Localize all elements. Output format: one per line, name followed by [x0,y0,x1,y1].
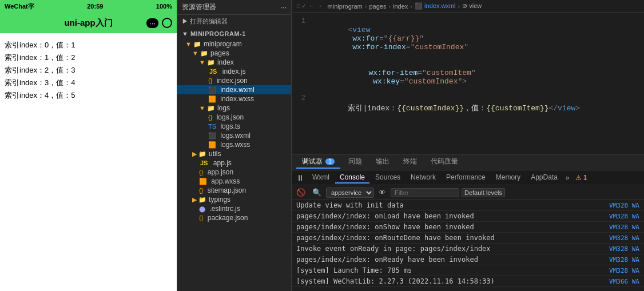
folder-icon: ▶ 📁 [192,196,206,204]
filetree-index-json[interactable]: {} index.json [177,76,291,85]
log-row-1: pages/index/index: onLoad have been invo… [292,211,644,222]
wxml-icon: ⬛ [208,86,216,94]
filetree-eslintrc[interactable]: ⬤ .eslintrc.js [177,204,291,213]
js-icon: JS [199,160,209,166]
json-icon: {} [208,114,212,121]
breadcrumb-icon-0: ≡ ✓ ← → [296,2,323,10]
filter-toggle-btn[interactable]: 🔍 [310,188,324,197]
filetree-logs-wxml[interactable]: ⬛ logs.wxml [177,131,291,140]
warn-count: ⚠ 1 [575,174,587,182]
filetree-header: 资源管理器 ··· [177,0,291,15]
filetree-logs-ts[interactable]: TS logs.ts [177,122,291,131]
tab-output[interactable]: 输出 [370,156,395,169]
tab-terminal[interactable]: 终端 [397,156,423,169]
filetree-logs-folder[interactable]: ▼ 📁 logs [177,103,291,113]
breadcrumb: ≡ ✓ ← → miniprogram › pages › index › ⬛ … [292,0,644,13]
phone-title-bar: uni-app入门 ··· [0,13,177,33]
battery-label: 100% [156,3,172,10]
filetree-typings-folder[interactable]: ▶ 📁 typings [177,195,291,204]
code-line-1: 1 <view wx:for="{{arr}}" wx:for-index="c… [292,17,644,60]
clear-console-btn[interactable]: 🚫 [294,188,308,197]
tab-quality[interactable]: 代码质量 [425,156,464,169]
folder-icon: ▼ 📁 [185,41,201,48]
chevron-down-icon: ▼ [182,30,190,37]
wxss-icon: 🟧 [199,178,207,185]
file-tree-panel: 资源管理器 ··· ▶ 打开的编辑器 ▼ MINIPROGRAM-1 ▼ 📁 m… [177,0,292,291]
filetree-open-editors[interactable]: ▶ 打开的编辑器 [177,15,291,28]
default-levels[interactable]: Default levels [462,188,505,197]
filetree-logs-wxss[interactable]: 🟧 logs.wxss [177,140,291,149]
devtool-tab-memory[interactable]: Memory [491,172,525,184]
code-editor[interactable]: 1 <view wx:for="{{arr}}" wx:for-index="c… [292,13,644,154]
circle-icon [162,18,172,28]
log-row-4: Invoke event onReady in page: pages/inde… [292,244,644,254]
tab-problems[interactable]: 问题 [343,156,368,169]
folder-icon: ▼ 📁 [199,59,215,66]
filetree-more-icon[interactable]: ··· [281,3,287,11]
console-toolbar: 🚫 🔍 appservice 👁 Default levels [292,185,644,200]
filter-input[interactable] [391,188,459,197]
breadcrumb-part-pages[interactable]: pages [369,3,386,10]
devtool-tab-wxml[interactable]: Wxml [308,172,334,184]
json-icon: {} [199,169,203,176]
filetree-logs-json[interactable]: {} logs.json [177,113,291,122]
filetree-utils-folder[interactable]: ▶ 📁 utils [177,149,291,158]
filetree-package-json[interactable]: {} package.json [177,213,291,222]
json-icon: {} [199,187,203,194]
filetree-pages[interactable]: ▼ 📁 pages [177,49,291,58]
phone-status-left: WeChat字 [5,2,34,11]
breadcrumb-part-miniprogram[interactable]: miniprogram [328,3,363,10]
log-row-5: pages/index/index: onReady have been inv… [292,254,644,265]
carrier-label: WeChat字 [5,2,34,11]
filetree-root[interactable]: ▼ MINIPROGRAM-1 [177,28,291,39]
phone-title: uni-app入门 [64,18,112,29]
dots-icon[interactable]: ··· [146,18,158,28]
filetree-index-js[interactable]: JS index.js [177,67,291,76]
more-tabs-icon[interactable]: » [563,174,572,182]
devtool-tab-appdata[interactable]: AppData [526,172,562,184]
filetree-app-json[interactable]: {} app.json [177,168,291,177]
phone-status-bar: WeChat字 20:59 100% [0,0,177,13]
breadcrumb-part-wxml[interactable]: ⬛ index.wxml [415,2,455,10]
filetree-miniprogram[interactable]: ▼ 📁 miniprogram [177,39,291,49]
filetree-app-js[interactable]: JS app.js [177,158,291,168]
phone-time: 20:59 [87,3,103,10]
devtool-tab-sources[interactable]: Sources [371,172,405,184]
debug-panel: 调试器 1 问题 输出 终端 代码质量 ⏸ Wxml Console [292,154,644,291]
breadcrumb-part-index[interactable]: index [393,3,408,10]
ts-icon: TS [208,123,216,130]
eye-btn[interactable]: 👁 [376,188,388,197]
filetree-index-folder[interactable]: ▼ 📁 index [177,58,291,67]
editor-panel: ≡ ✓ ← → miniprogram › pages › index › ⬛ … [292,0,644,291]
phone-content: 索引index：0，值：1 索引index：1，值：2 索引index：2，值：… [0,33,177,291]
devtool-tab-network[interactable]: Network [406,172,440,184]
filetree-sitemap-json[interactable]: {} sitemap.json [177,186,291,195]
tab-debugger[interactable]: 调试器 1 [296,156,340,169]
content-line-1: 索引index：1，值：2 [5,51,172,64]
eslint-icon: ⬤ [199,206,205,212]
phone-status-right: 100% [156,3,172,10]
wxss-icon: 🟧 [208,141,216,149]
log-row-2: pages/index/index: onShow have been invo… [292,222,644,233]
code-line-2: wx:for-item="customItem" wx:key="customI… [292,60,644,94]
devtools-pause-btn[interactable]: ⏸ [294,173,307,183]
devtool-tab-console[interactable]: Console [335,172,369,184]
filetree-app-wxss[interactable]: 🟧 app.wxss [177,177,291,186]
service-select[interactable]: appservice [326,188,374,198]
folder-icon: ▼ 📁 [199,105,215,112]
json-icon: {} [208,77,212,84]
debug-tabs-row: 调试器 1 问题 输出 终端 代码质量 [292,154,644,170]
wxml-icon: ⬛ [208,132,216,139]
filetree-title: 资源管理器 [182,2,216,12]
log-row-6: [system] Launch Time: 785 ms VM328 WA [292,265,644,276]
console-log-area[interactable]: Update view with init data VM328 WA page… [292,200,644,291]
filetree-index-wxss[interactable]: 🟧 index.wxss [177,94,291,103]
content-line-3: 索引index：3，值：4 [5,77,172,89]
log-row-3: pages/index/index: onRouteDone have been… [292,233,644,244]
filetree-index-wxml[interactable]: ⬛ index.wxml [177,85,291,94]
content-line-0: 索引index：0，值：1 [5,39,172,51]
log-row-7: [system] WeChatLib: 2.27.3 (2022.11.16 1… [292,276,644,287]
devtool-tab-performance[interactable]: Performance [442,172,490,184]
phone-simulator: WeChat字 20:59 100% uni-app入门 ··· 索引index… [0,0,177,291]
breadcrumb-part-view[interactable]: ⊘ view [462,2,482,10]
